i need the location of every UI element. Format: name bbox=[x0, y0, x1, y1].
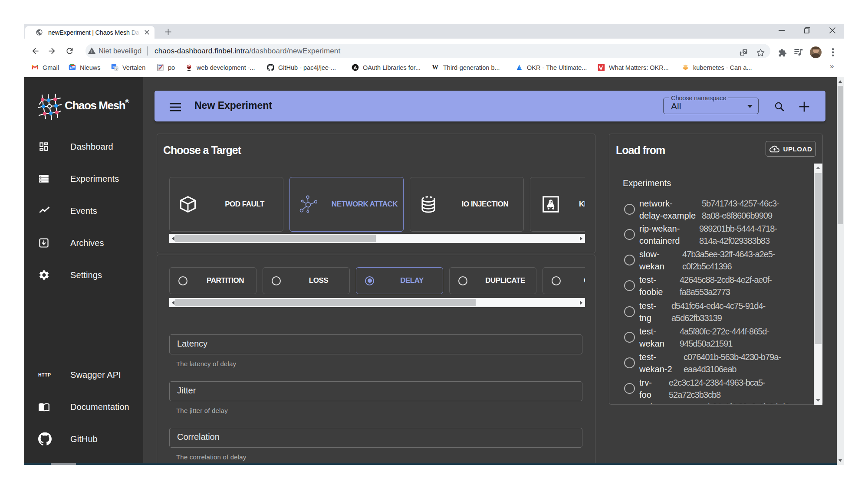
svg-text:文: 文 bbox=[115, 67, 118, 70]
svg-text:W: W bbox=[432, 64, 438, 71]
svg-text:G: G bbox=[70, 66, 72, 70]
